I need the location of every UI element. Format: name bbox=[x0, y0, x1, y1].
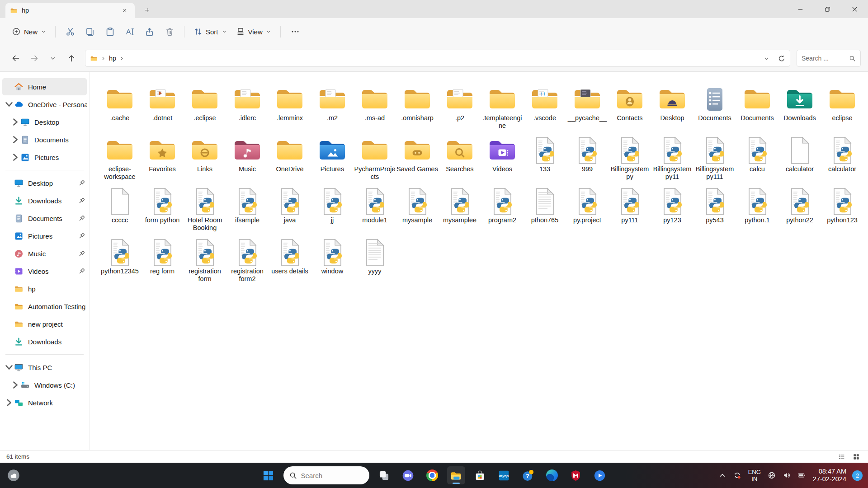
new-tab-button[interactable] bbox=[141, 4, 153, 16]
file-item[interactable]: OneDrive bbox=[269, 136, 311, 187]
file-item[interactable]: .m2 bbox=[311, 85, 354, 136]
taskbar-get-help-button[interactable]: ? bbox=[519, 466, 537, 484]
sidebar-item-new-project[interactable]: new project bbox=[2, 315, 87, 333]
hidden-icons-chevron-icon[interactable] bbox=[716, 466, 729, 484]
taskbar-microsoft-store-button[interactable] bbox=[471, 466, 489, 484]
weather-widget-icon[interactable] bbox=[5, 466, 23, 484]
file-item[interactable]: form python bbox=[141, 187, 184, 238]
file-item[interactable]: python123 bbox=[821, 187, 863, 238]
sidebar-item-windows-c[interactable]: Windows (C:) bbox=[2, 376, 87, 394]
file-item[interactable]: .templateengine bbox=[481, 85, 524, 136]
restore-button[interactable] bbox=[814, 0, 841, 18]
file-item[interactable]: .lemminx bbox=[269, 85, 311, 136]
file-item[interactable]: py111 bbox=[609, 187, 651, 238]
battery-icon[interactable] bbox=[795, 466, 808, 484]
notification-badge[interactable]: 2 bbox=[852, 470, 863, 481]
file-item[interactable]: Videos bbox=[481, 136, 524, 187]
paste-button[interactable] bbox=[100, 23, 120, 40]
taskbar-search-box[interactable] bbox=[283, 466, 369, 484]
refresh-icon[interactable] bbox=[778, 55, 785, 62]
file-item[interactable]: py123 bbox=[651, 187, 693, 238]
file-item[interactable]: Billingsystempy bbox=[609, 136, 651, 187]
file-item[interactable]: module1 bbox=[354, 187, 396, 238]
file-item[interactable]: python22 bbox=[778, 187, 821, 238]
close-button[interactable] bbox=[841, 0, 868, 18]
up-button[interactable] bbox=[63, 51, 80, 66]
sidebar-item-downloads[interactable]: Downloads bbox=[2, 333, 87, 350]
view-button[interactable]: View bbox=[231, 23, 276, 40]
breadcrumb[interactable]: hp bbox=[85, 50, 790, 67]
taskbar-my-hp-button[interactable]: myhp bbox=[495, 466, 513, 484]
file-item[interactable]: Billingsystempy11 bbox=[651, 136, 693, 187]
rename-button[interactable] bbox=[120, 23, 140, 40]
file-item[interactable]: users details bbox=[269, 238, 311, 289]
file-item[interactable]: eclipse bbox=[821, 85, 863, 136]
file-item[interactable]: .ms-ad bbox=[354, 85, 396, 136]
clock[interactable]: 08:47 AM 27-02-2024 bbox=[810, 468, 849, 483]
more-options-button[interactable] bbox=[285, 23, 305, 40]
delete-button[interactable] bbox=[160, 23, 179, 40]
file-item[interactable]: 999 bbox=[566, 136, 609, 187]
copy-button[interactable] bbox=[80, 23, 100, 40]
file-item[interactable]: Desktop bbox=[651, 85, 693, 136]
taskbar-movies-tv-button[interactable] bbox=[591, 466, 609, 484]
file-item[interactable]: Searches bbox=[439, 136, 481, 187]
address-dropdown-chevron-icon[interactable] bbox=[764, 56, 769, 61]
chevron-right-icon[interactable] bbox=[10, 152, 20, 162]
back-button[interactable] bbox=[7, 51, 24, 66]
minimize-button[interactable] bbox=[787, 0, 814, 18]
file-item[interactable]: Pictures bbox=[311, 136, 354, 187]
share-button[interactable] bbox=[140, 23, 160, 40]
sort-button[interactable]: Sort bbox=[189, 23, 231, 40]
file-item[interactable]: ccccc bbox=[99, 187, 141, 238]
cut-button[interactable] bbox=[60, 23, 80, 40]
sidebar-item-hp[interactable]: hp bbox=[2, 280, 87, 297]
sidebar-item-this-pc[interactable]: This PC bbox=[2, 359, 87, 376]
file-item[interactable]: .p2 bbox=[439, 85, 481, 136]
file-item[interactable]: .idlerc bbox=[226, 85, 269, 136]
file-item[interactable]: Hotel Room Booking bbox=[184, 187, 226, 238]
sidebar-item-music[interactable]: Music bbox=[2, 245, 87, 262]
file-item[interactable]: Contacts bbox=[609, 85, 651, 136]
sidebar-item-downloads[interactable]: Downloads bbox=[2, 192, 87, 209]
file-item[interactable]: python12345 bbox=[99, 238, 141, 289]
file-item[interactable]: calculator bbox=[778, 136, 821, 187]
file-item[interactable]: calcu bbox=[736, 136, 778, 187]
taskbar-mcafee-button[interactable] bbox=[567, 466, 585, 484]
file-item[interactable]: Saved Games bbox=[396, 136, 439, 187]
sidebar-item-desktop[interactable]: Desktop bbox=[2, 174, 87, 192]
file-item[interactable]: java bbox=[269, 187, 311, 238]
file-item[interactable]: Documents bbox=[736, 85, 778, 136]
file-list-area[interactable]: .cache.dotnet.eclipse.idlerc.lemminx.m2.… bbox=[90, 72, 868, 450]
file-item[interactable]: Music bbox=[226, 136, 269, 187]
file-item[interactable]: .omnisharp bbox=[396, 85, 439, 136]
file-item[interactable]: registration form bbox=[184, 238, 226, 289]
file-item[interactable]: reg form bbox=[141, 238, 184, 289]
sidebar-item-onedrive-personal[interactable]: OneDrive - Personal bbox=[2, 96, 87, 113]
file-item[interactable]: window bbox=[311, 238, 354, 289]
taskbar-chrome-button[interactable] bbox=[423, 466, 441, 484]
taskbar-chat-button[interactable] bbox=[399, 466, 417, 484]
explorer-search-input[interactable] bbox=[802, 55, 849, 62]
recent-locations-chevron-icon[interactable] bbox=[44, 51, 61, 66]
file-item[interactable]: Downloads bbox=[778, 85, 821, 136]
chevron-right-icon[interactable] bbox=[10, 117, 20, 127]
taskbar-edge-button[interactable] bbox=[543, 466, 561, 484]
file-item[interactable]: .eclipse bbox=[184, 85, 226, 136]
chevron-right-icon[interactable] bbox=[4, 398, 14, 408]
sidebar-item-documents[interactable]: Documents bbox=[2, 131, 87, 148]
chevron-down-icon[interactable] bbox=[4, 362, 14, 372]
sidebar-item-pictures[interactable]: Pictures bbox=[2, 227, 87, 244]
sidebar-item-network[interactable]: Network bbox=[2, 394, 87, 411]
file-item[interactable]: jj bbox=[311, 187, 354, 238]
sidebar-item-home[interactable]: Home bbox=[2, 78, 87, 95]
breadcrumb-segment[interactable]: hp bbox=[109, 55, 116, 62]
file-item[interactable]: PycharmProjects bbox=[354, 136, 396, 187]
explorer-tab[interactable]: hp bbox=[5, 3, 135, 18]
file-item[interactable]: Documents bbox=[693, 85, 736, 136]
sidebar-item-videos[interactable]: Videos bbox=[2, 263, 87, 280]
taskbar-file-explorer-button[interactable] bbox=[447, 466, 465, 484]
file-item[interactable]: Favorites bbox=[141, 136, 184, 187]
taskbar-search-input[interactable] bbox=[301, 472, 363, 479]
details-view-toggle-icon[interactable] bbox=[838, 453, 845, 460]
